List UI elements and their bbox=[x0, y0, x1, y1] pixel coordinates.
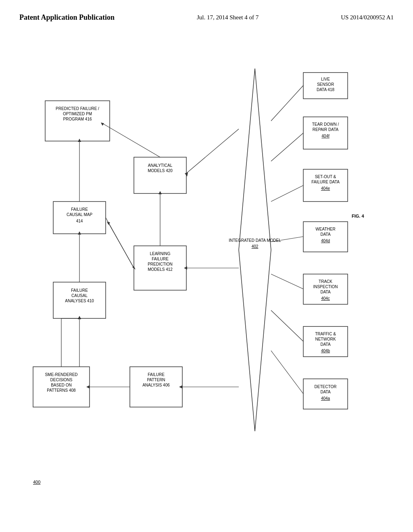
svg-text:INTEGRATED DATA MODEL: INTEGRATED DATA MODEL bbox=[229, 238, 281, 243]
svg-text:DATA: DATA bbox=[320, 232, 331, 237]
svg-text:TRACK: TRACK bbox=[319, 279, 332, 284]
svg-text:REPAIR DATA: REPAIR DATA bbox=[313, 127, 339, 132]
svg-text:ANALYTICAL: ANALYTICAL bbox=[148, 163, 173, 168]
diagram-area: text { font-family: Arial, Helvetica, sa… bbox=[19, 48, 394, 508]
svg-text:ANALYSIS 406: ANALYSIS 406 bbox=[142, 383, 170, 387]
svg-marker-77 bbox=[78, 316, 81, 319]
svg-text:402: 402 bbox=[252, 244, 259, 249]
svg-text:404d: 404d bbox=[321, 239, 330, 243]
patent-page: Patent Application Publication Jul. 17, … bbox=[0, 0, 413, 532]
svg-text:404b: 404b bbox=[321, 349, 330, 353]
svg-rect-22 bbox=[303, 117, 348, 149]
svg-text:DATA: DATA bbox=[320, 390, 331, 394]
svg-rect-52 bbox=[53, 202, 106, 234]
svg-text:DATA: DATA bbox=[320, 290, 331, 294]
svg-line-33 bbox=[271, 310, 303, 341]
svg-text:FAILURE: FAILURE bbox=[71, 288, 88, 293]
svg-text:LEARNING: LEARNING bbox=[150, 251, 170, 256]
svg-text:PREDICTED FAILURE /: PREDICTED FAILURE / bbox=[56, 106, 99, 111]
svg-text:ANALYSES 410: ANALYSES 410 bbox=[65, 299, 94, 303]
svg-text:414: 414 bbox=[76, 219, 83, 223]
svg-text:SME-RENDERED: SME-RENDERED bbox=[45, 372, 77, 377]
svg-line-38 bbox=[271, 85, 303, 121]
svg-line-88 bbox=[102, 123, 160, 157]
svg-marker-87 bbox=[159, 191, 162, 194]
svg-rect-18 bbox=[303, 169, 348, 202]
header-date-sheet: Jul. 17, 2014 Sheet 4 of 7 bbox=[197, 13, 259, 22]
header-patent-number: US 2014/0200952 A1 bbox=[341, 13, 394, 22]
diagram-svg: text { font-family: Arial, Helvetica, sa… bbox=[19, 48, 394, 508]
svg-text:404e: 404e bbox=[321, 186, 330, 191]
svg-rect-65 bbox=[134, 157, 186, 193]
svg-text:DATA 418: DATA 418 bbox=[317, 87, 335, 92]
svg-line-32 bbox=[271, 351, 303, 394]
svg-text:404a: 404a bbox=[321, 396, 330, 401]
svg-text:FAILURE: FAILURE bbox=[71, 207, 88, 212]
svg-text:INSPECTION: INSPECTION bbox=[313, 285, 338, 289]
svg-text:PROGRAM 416: PROGRAM 416 bbox=[63, 117, 92, 121]
svg-text:WEATHER: WEATHER bbox=[315, 227, 335, 231]
svg-text:BASED ON: BASED ON bbox=[51, 383, 72, 387]
svg-text:FAILURE DATA: FAILURE DATA bbox=[311, 180, 340, 184]
svg-text:TEAR DOWN /: TEAR DOWN / bbox=[312, 122, 339, 127]
svg-text:400: 400 bbox=[33, 480, 40, 484]
svg-text:CAUSAL: CAUSAL bbox=[71, 293, 88, 298]
svg-text:FAILURE: FAILURE bbox=[148, 372, 165, 377]
svg-text:NETWORK: NETWORK bbox=[315, 337, 336, 341]
svg-text:CAUSAL MAP: CAUSAL MAP bbox=[67, 212, 92, 217]
svg-text:LIVE: LIVE bbox=[321, 77, 330, 81]
page-header: Patent Application Publication Jul. 17, … bbox=[0, 0, 413, 22]
svg-marker-79 bbox=[78, 231, 81, 235]
svg-text:DETECTOR: DETECTOR bbox=[315, 384, 337, 389]
svg-marker-81 bbox=[78, 139, 81, 142]
svg-rect-14 bbox=[303, 222, 348, 252]
header-title: Patent Application Publication bbox=[19, 13, 115, 22]
svg-text:PATTERNS 408: PATTERNS 408 bbox=[47, 388, 76, 393]
svg-text:404f: 404f bbox=[321, 134, 330, 138]
svg-line-34 bbox=[271, 274, 303, 289]
svg-line-84 bbox=[108, 222, 134, 268]
svg-text:404c: 404c bbox=[321, 296, 330, 301]
svg-text:SENSOR: SENSOR bbox=[317, 82, 334, 87]
svg-text:SET-OUT &: SET-OUT & bbox=[315, 175, 336, 179]
svg-text:PREDICTION: PREDICTION bbox=[148, 262, 173, 266]
svg-line-36 bbox=[271, 185, 303, 202]
svg-text:MODELS 420: MODELS 420 bbox=[148, 168, 173, 173]
svg-text:TRAFFIC &: TRAFFIC & bbox=[315, 332, 336, 336]
svg-text:DATA: DATA bbox=[320, 342, 331, 347]
svg-text:FAILURE: FAILURE bbox=[152, 257, 169, 261]
svg-text:MODELS 412: MODELS 412 bbox=[148, 267, 173, 272]
svg-text:OPTIMIZED PM: OPTIMIZED PM bbox=[63, 112, 92, 116]
svg-line-90 bbox=[186, 129, 239, 173]
svg-marker-93 bbox=[184, 266, 187, 270]
svg-text:FIG. 4: FIG. 4 bbox=[352, 214, 364, 218]
svg-line-37 bbox=[271, 133, 303, 161]
svg-marker-71 bbox=[86, 385, 90, 389]
svg-text:DECISIONS: DECISIONS bbox=[50, 378, 72, 382]
svg-marker-69 bbox=[179, 385, 182, 389]
svg-text:PATTERN: PATTERN bbox=[147, 378, 165, 382]
